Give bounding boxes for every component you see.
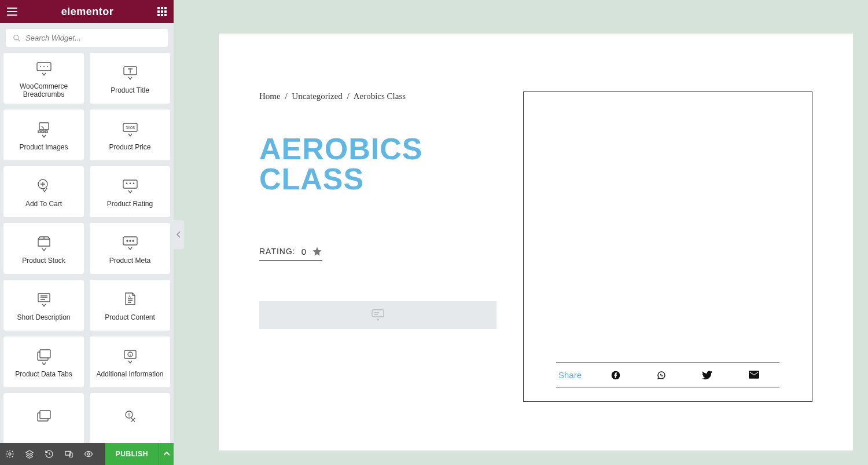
preview-icon[interactable] — [79, 443, 98, 465]
share-card[interactable]: Share — [523, 91, 812, 402]
widget-label: Additional Information — [96, 370, 163, 378]
price-widget-icon: 360$ — [121, 119, 139, 141]
widgets-grid: WooCommerce Breadcrumbs Product Title Pr… — [0, 53, 174, 443]
svg-rect-32 — [40, 411, 50, 419]
canvas[interactable]: Home / Uncategorized / Aerobics Class AE… — [219, 34, 853, 451]
svg-rect-20 — [123, 180, 137, 188]
rating-value: 0 — [301, 247, 306, 257]
widget-woo-breadcrumbs[interactable]: WooCommerce Breadcrumbs — [3, 53, 84, 104]
sidebar-header: elementor — [0, 0, 174, 23]
svg-point-38 — [87, 453, 90, 455]
canvas-right-column: Share — [523, 91, 812, 416]
share-bar: Share — [556, 363, 779, 387]
extra-widget-icon — [35, 407, 53, 429]
breadcrumb-category[interactable]: Uncategorized — [292, 91, 342, 101]
product-title[interactable]: AEROBICS CLASS — [259, 134, 523, 194]
whatsapp-icon[interactable] — [657, 371, 666, 380]
share-card-body — [538, 106, 798, 363]
images-widget-icon — [35, 119, 53, 141]
svg-point-35 — [9, 453, 11, 455]
widget-product-data-tabs[interactable]: Product Data Tabs — [3, 336, 84, 387]
collapse-panel-tab[interactable] — [174, 220, 184, 249]
svg-rect-14 — [38, 131, 41, 133]
breadcrumb-widget-icon — [35, 58, 53, 80]
breadcrumb-current: Aerobics Class — [354, 91, 406, 101]
widget-label: Product Rating — [107, 200, 153, 208]
svg-point-9 — [14, 35, 19, 39]
search-icon — [13, 34, 21, 42]
widget-product-images[interactable]: Product Images — [3, 109, 84, 160]
search-wrap — [0, 23, 174, 53]
logo: elementor — [61, 6, 114, 18]
meta-widget-icon — [121, 232, 139, 254]
sidebar-footer: PUBLISH — [0, 443, 174, 465]
breadcrumb-home[interactable]: Home — [259, 91, 281, 101]
editor-sidebar: elementor WooCommerce Breadcrumbs Produc… — [0, 0, 174, 465]
email-icon[interactable] — [749, 371, 759, 380]
widget-product-meta[interactable]: Product Meta — [90, 223, 170, 274]
stock-widget-icon — [35, 232, 53, 254]
search-input[interactable] — [25, 34, 161, 42]
svg-rect-4 — [161, 10, 163, 13]
title-widget-icon — [122, 62, 139, 84]
addcart-widget-icon — [36, 175, 52, 197]
widget-label: Product Title — [111, 86, 149, 94]
star-icon — [312, 246, 322, 257]
svg-point-24 — [133, 240, 134, 241]
svg-rect-1 — [161, 7, 163, 9]
widget-extra-2[interactable]: $ — [90, 393, 170, 443]
svg-text:360$: 360$ — [126, 126, 135, 130]
navigator-icon[interactable] — [20, 443, 39, 465]
svg-rect-15 — [42, 131, 44, 133]
publish-dropdown[interactable] — [159, 443, 174, 465]
widget-additional-info[interactable]: Additional Information — [90, 336, 170, 387]
widget-product-title[interactable]: Product Title — [90, 53, 170, 104]
svg-rect-39 — [372, 310, 384, 317]
rating-row[interactable]: RATING: 0 — [259, 246, 322, 261]
svg-rect-3 — [157, 10, 160, 13]
widget-short-description[interactable]: Short Description — [3, 280, 84, 331]
apps-grid-icon[interactable] — [157, 7, 167, 16]
widget-label: WooCommerce Breadcrumbs — [8, 82, 79, 99]
settings-icon[interactable] — [0, 443, 20, 465]
svg-rect-16 — [45, 131, 47, 133]
widget-product-price[interactable]: 360$ Product Price — [90, 109, 170, 160]
widget-label: Product Meta — [109, 257, 150, 265]
widget-label: Add To Cart — [25, 200, 62, 208]
svg-text:$: $ — [128, 413, 130, 417]
svg-rect-5 — [164, 10, 167, 13]
widget-label: Product Stock — [22, 257, 65, 265]
breadcrumb: Home / Uncategorized / Aerobics Class — [259, 91, 523, 101]
share-label: Share — [558, 370, 582, 380]
svg-rect-7 — [161, 14, 163, 16]
widget-label: Product Content — [105, 313, 155, 321]
widget-label: Product Data Tabs — [15, 370, 72, 378]
history-icon[interactable] — [39, 443, 59, 465]
menu-icon[interactable] — [7, 8, 17, 16]
twitter-icon[interactable] — [702, 371, 712, 380]
widget-product-stock[interactable]: Product Stock — [3, 223, 84, 274]
search-box[interactable] — [6, 29, 168, 47]
extra2-widget-icon: $ — [122, 407, 138, 429]
widget-extra-1[interactable] — [3, 393, 84, 443]
responsive-icon[interactable] — [59, 443, 79, 465]
svg-rect-6 — [157, 14, 160, 16]
svg-rect-8 — [164, 14, 167, 16]
widget-add-to-cart[interactable]: Add To Cart — [3, 166, 84, 217]
publish-button[interactable]: PUBLISH — [105, 443, 159, 465]
widget-product-rating[interactable]: Product Rating — [90, 166, 170, 217]
breadcrumb-sep: / — [347, 91, 350, 101]
widget-label: Short Description — [17, 313, 70, 321]
svg-point-22 — [127, 240, 128, 241]
facebook-icon[interactable] — [611, 371, 620, 380]
widget-label: Product Images — [19, 143, 68, 151]
rating-label: RATING: — [259, 247, 296, 256]
widget-product-content[interactable]: A Product Content — [90, 280, 170, 331]
canvas-left-column: Home / Uncategorized / Aerobics Class AE… — [259, 91, 523, 416]
canvas-area: Home / Uncategorized / Aerobics Class AE… — [174, 0, 868, 465]
tabs-widget-icon — [35, 346, 53, 368]
widget-label: Product Price — [109, 143, 150, 151]
svg-rect-13 — [39, 123, 49, 130]
empty-widget-placeholder[interactable] — [259, 301, 496, 329]
addinfo-widget-icon — [122, 346, 139, 368]
